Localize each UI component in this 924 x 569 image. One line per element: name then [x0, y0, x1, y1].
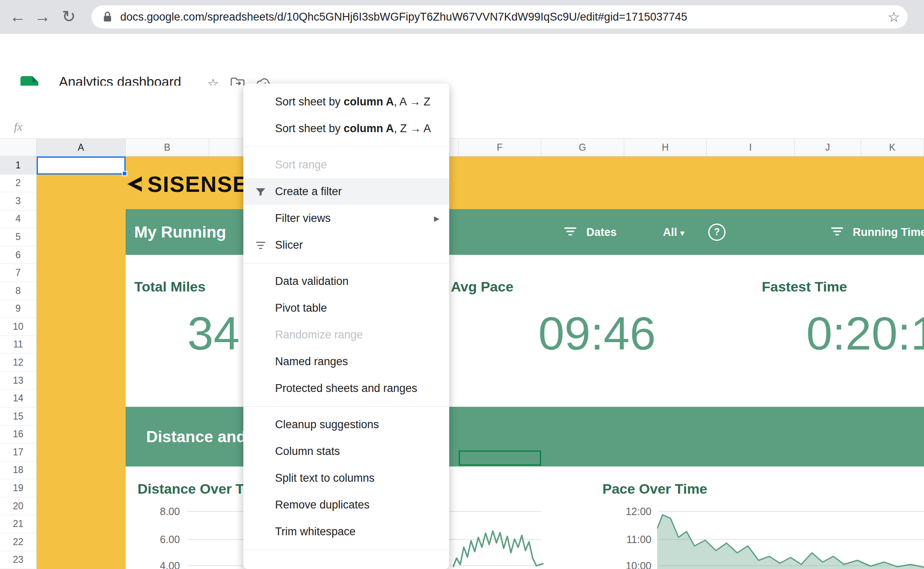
- row-header-16[interactable]: 16: [0, 426, 37, 444]
- select-all-corner[interactable]: [0, 138, 37, 156]
- screen: ← → ↻ docs.google.com/spreadsheets/d/10Q…: [0, 0, 924, 569]
- selected-cell-a1[interactable]: [37, 156, 126, 175]
- y-tick: 6.00: [142, 534, 180, 546]
- dashboard-title: My Running: [134, 223, 226, 241]
- sisense-logo-mark: [124, 176, 142, 192]
- menu-item-column-stats[interactable]: Column stats: [243, 438, 449, 465]
- distance-line-chart: [453, 515, 544, 569]
- chart-title-pace: Pace Over Time: [602, 481, 707, 497]
- arrow-left-icon: ←: [9, 7, 26, 26]
- metric-value-avg-pace: 09:46: [482, 310, 712, 357]
- menu-divider: [243, 406, 449, 407]
- column-header-I[interactable]: I: [707, 138, 795, 156]
- row-header-9[interactable]: 9: [0, 300, 37, 318]
- menu-item-split-text[interactable]: Split text to columns: [243, 465, 449, 492]
- row-header-13[interactable]: 13: [0, 372, 37, 390]
- menu-item-data-validation[interactable]: Data validation: [243, 268, 449, 295]
- sheets-header: Analytics dashboard ☆ File Edit View Ins…: [0, 34, 924, 86]
- dates-label: Dates: [586, 226, 617, 238]
- row-header-6[interactable]: 6: [0, 246, 37, 264]
- filter-icon: [253, 186, 268, 198]
- forward-button[interactable]: →: [31, 5, 54, 28]
- active-cell-outline[interactable]: [459, 450, 541, 466]
- metric-label-fastest-time: Fastest Time: [762, 279, 847, 295]
- url-text: docs.google.com/spreadsheets/d/10Qhc5GNH…: [120, 11, 687, 23]
- menu-item-create-a-filter[interactable]: Create a filter: [243, 178, 449, 205]
- menu-item-remove-duplicates[interactable]: Remove duplicates: [243, 492, 449, 518]
- column-a-yellow-strip: [37, 156, 126, 569]
- row-header-14[interactable]: 14: [0, 389, 37, 408]
- menu-divider: [243, 263, 449, 264]
- column-header-H[interactable]: H: [624, 138, 707, 156]
- row-header-2[interactable]: 2: [0, 175, 37, 193]
- dates-value: All: [663, 226, 677, 238]
- y-tick: 11:00: [614, 534, 651, 546]
- formula-input[interactable]: [45, 117, 924, 138]
- row-header-4[interactable]: 4: [0, 210, 37, 229]
- row-header-23[interactable]: 23: [0, 551, 37, 569]
- column-header-G[interactable]: G: [541, 138, 624, 156]
- metric-value-fastest-time: 0:20:1: [806, 310, 924, 357]
- data-menu: Sort sheet by column A, A → Z Sort sheet…: [243, 84, 449, 569]
- fill-handle[interactable]: [122, 171, 127, 176]
- row-header-15[interactable]: 15: [0, 408, 37, 426]
- sisense-logo: SISENSE: [124, 169, 248, 199]
- reload-icon: ↻: [62, 7, 76, 26]
- lock-icon: [102, 11, 113, 23]
- row-header-10[interactable]: 10: [0, 318, 37, 336]
- running-time-label: Running Time: [853, 226, 924, 238]
- browser-chrome: ← → ↻ docs.google.com/spreadsheets/d/10Q…: [0, 0, 924, 34]
- dates-filter-icon[interactable]: [563, 225, 578, 239]
- menu-item-sort-sheet-za[interactable]: Sort sheet by column A, Z → A: [243, 115, 449, 142]
- reload-button[interactable]: ↻: [58, 5, 80, 28]
- row-header-12[interactable]: 12: [0, 354, 37, 372]
- fx-label: fx: [14, 120, 22, 133]
- help-icon[interactable]: ?: [708, 224, 726, 241]
- menu-item-protected-sheets[interactable]: Protected sheets and ranges: [243, 375, 449, 402]
- menu-item-sort-sheet-az[interactable]: Sort sheet by column A, A → Z: [243, 89, 449, 115]
- row-header-18[interactable]: 18: [0, 462, 37, 480]
- row-header-17[interactable]: 17: [0, 443, 37, 462]
- formula-bar: fx: [0, 117, 924, 139]
- row-header-20[interactable]: 20: [0, 497, 37, 515]
- menu-item-sort-range: Sort range: [243, 152, 449, 178]
- arrow-right-icon: →: [34, 7, 51, 26]
- y-tick: 4.00: [142, 560, 180, 569]
- row-header-3[interactable]: 3: [0, 192, 37, 210]
- column-header-F[interactable]: F: [459, 138, 541, 156]
- row-header-5[interactable]: 5: [0, 228, 37, 246]
- y-tick: 12:00: [614, 506, 651, 518]
- row-header-22[interactable]: 22: [0, 533, 37, 551]
- column-header-B[interactable]: B: [126, 138, 209, 156]
- menu-divider: [243, 147, 449, 147]
- column-header-K[interactable]: K: [861, 138, 924, 156]
- dates-value-dropdown[interactable]: All ▾: [663, 226, 684, 238]
- metric-label-avg-pace: Avg Pace: [451, 279, 513, 295]
- url-bar[interactable]: docs.google.com/spreadsheets/d/10Qhc5GNH…: [91, 5, 908, 28]
- menu-item-pivot-table[interactable]: Pivot table: [243, 295, 449, 322]
- row-header-21[interactable]: 21: [0, 515, 37, 533]
- menu-item-trim-whitespace[interactable]: Trim whitespace: [243, 518, 449, 545]
- menu-item-cleanup-suggestions[interactable]: Cleanup suggestions: [243, 411, 449, 438]
- metric-label-total-miles: Total Miles: [134, 279, 205, 295]
- sisense-logo-text: SISENSE: [147, 171, 248, 197]
- row-header-11[interactable]: 11: [0, 336, 37, 354]
- column-header-A[interactable]: A: [37, 138, 126, 156]
- row-header-1[interactable]: 1: [0, 156, 37, 175]
- y-tick: 8.00: [142, 506, 180, 518]
- chevron-down-icon: ▾: [680, 228, 684, 237]
- menu-item-slicer[interactable]: Slicer: [243, 232, 449, 259]
- menu-item-named-ranges[interactable]: Named ranges: [243, 348, 449, 375]
- slicer-icon: [253, 239, 268, 252]
- column-header-J[interactable]: J: [795, 138, 861, 156]
- back-button[interactable]: ←: [7, 5, 29, 28]
- y-tick: 10:00: [614, 560, 651, 569]
- submenu-arrow-icon: ▸: [434, 212, 439, 225]
- row-header-19[interactable]: 19: [0, 479, 37, 497]
- menu-item-filter-views[interactable]: Filter views ▸: [243, 205, 449, 232]
- bookmark-star-icon[interactable]: ☆: [888, 9, 900, 25]
- row-header-7[interactable]: 7: [0, 264, 37, 282]
- running-time-filter-icon[interactable]: [830, 225, 845, 239]
- row-header-8[interactable]: 8: [0, 282, 37, 300]
- menu-divider: [243, 550, 449, 550]
